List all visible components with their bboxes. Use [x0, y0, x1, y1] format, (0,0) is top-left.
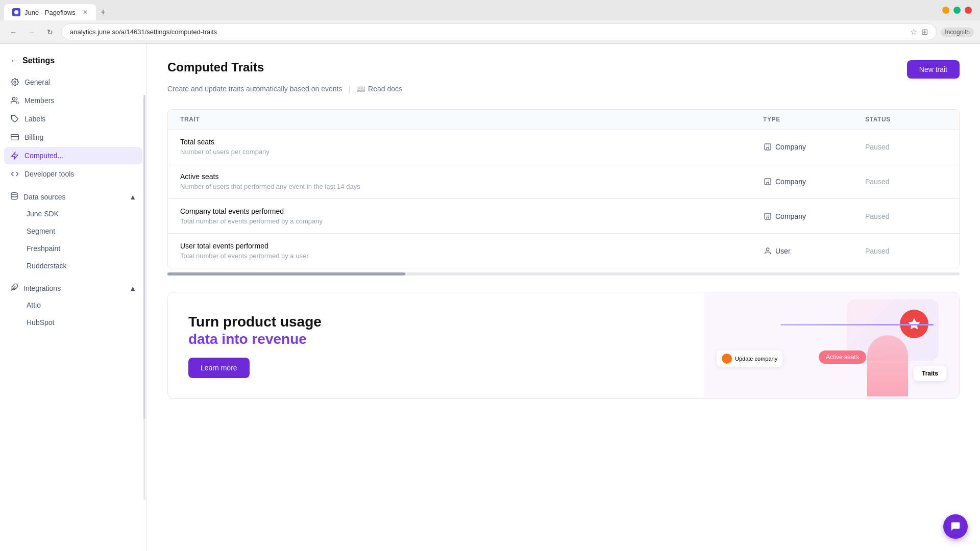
svg-point-7 [11, 192, 17, 194]
sidebar-item-freshpaint[interactable]: Freshpaint [20, 240, 142, 257]
svg-point-0 [14, 10, 18, 14]
sidebar-header: ← Settings [0, 52, 146, 73]
table-row[interactable]: Total seats Number of users per company … [168, 130, 959, 164]
promo-line [780, 324, 934, 325]
sidebar-navigation: General Members Labels [0, 73, 146, 331]
table-row[interactable]: User total events performed Total number… [168, 234, 959, 268]
sidebar-section-label: Integrations [23, 284, 61, 292]
sidebar-item-billing[interactable]: Billing [4, 129, 142, 146]
reload-button[interactable]: ↻ [43, 25, 57, 39]
star-icon[interactable]: ☆ [910, 27, 917, 37]
maximize-button[interactable] [953, 7, 961, 14]
sidebar-title: Settings [22, 56, 55, 65]
status-text: Paused [865, 178, 947, 186]
sidebar-item-attio[interactable]: Attio [20, 297, 142, 313]
puzzle-icon [10, 283, 18, 293]
page-subtitle-text: Create and update traits automatically b… [167, 85, 342, 93]
type-label: Company [775, 178, 806, 186]
back-button[interactable]: ← [10, 56, 18, 65]
credit-card-icon [10, 133, 19, 142]
new-trait-button[interactable]: New trait [907, 60, 960, 79]
building-icon [763, 212, 772, 221]
svg-rect-11 [765, 179, 771, 185]
svg-rect-4 [11, 135, 19, 140]
active-seats-label: Active seats [826, 354, 859, 361]
users-icon [10, 96, 19, 105]
sidebar-item-label: General [24, 78, 50, 86]
building-icon [763, 142, 772, 152]
read-docs-link[interactable]: 📖 Read docs [356, 85, 402, 93]
svg-point-2 [12, 97, 15, 100]
back-nav-button[interactable]: ← [6, 25, 20, 39]
type-label: Company [775, 212, 806, 220]
cast-icon[interactable]: ⊞ [921, 27, 928, 37]
sidebar-item-rudderstack[interactable]: Rudderstack [20, 258, 142, 274]
promo-section: Turn product usage data into revenue Lea… [167, 292, 960, 399]
trait-name: User total events performed [180, 242, 763, 250]
sidebar-section-integrations: Integrations ▲ Attio HubSpot [4, 279, 142, 331]
sidebar-section-integrations-header[interactable]: Integrations ▲ [4, 279, 142, 297]
horizontal-scrollbar[interactable] [167, 272, 960, 276]
svg-rect-12 [765, 213, 771, 219]
main-content: Computed Traits New trait Create and upd… [147, 44, 980, 551]
table-row[interactable]: Active seats Number of users that perfor… [168, 164, 959, 199]
trait-name: Active seats [180, 172, 763, 181]
page-subtitle-row: Create and update traits automatically b… [167, 85, 960, 93]
type-badge: Company [763, 177, 865, 186]
type-label: Company [775, 143, 806, 151]
trait-info: User total events performed Total number… [180, 242, 763, 260]
sidebar-item-computed[interactable]: Computed... [4, 147, 142, 164]
browser-tab[interactable]: June - Pageflows ✕ [4, 4, 96, 20]
page-header: Computed Traits New trait [167, 60, 960, 79]
address-icons: ☆ ⊞ [910, 27, 928, 37]
sidebar-item-label: Developer tools [24, 170, 74, 178]
table-header: TRAIT TYPE STATUS [168, 110, 959, 130]
sidebar-item-labels[interactable]: Labels [4, 110, 142, 128]
forward-nav-button[interactable]: → [24, 25, 39, 39]
minimize-button[interactable] [942, 7, 949, 14]
trait-description: Number of users per company [180, 148, 763, 156]
sidebar-section-label: Data sources [23, 193, 65, 201]
promo-content: Turn product usage data into revenue Lea… [168, 292, 704, 398]
sidebar-section-data-sources-header[interactable]: Data sources ▲ [4, 188, 142, 206]
status-text: Paused [865, 247, 947, 255]
update-dot [722, 354, 732, 364]
sidebar-item-members[interactable]: Members [4, 92, 142, 109]
table-row[interactable]: Company total events performed Total num… [168, 199, 959, 234]
sidebar-item-hubspot[interactable]: HubSpot [20, 314, 142, 331]
page-title: Computed Traits [167, 60, 264, 74]
header-trait: TRAIT [180, 116, 763, 123]
close-tab-button[interactable]: ✕ [83, 9, 88, 16]
book-icon: 📖 [356, 85, 365, 93]
sidebar-item-developer[interactable]: Developer tools [4, 165, 142, 183]
sidebar-item-june-sdk[interactable]: June SDK [20, 206, 142, 222]
trait-description: Total number of events performed by a co… [180, 217, 763, 225]
trait-info: Company total events performed Total num… [180, 207, 763, 225]
svg-marker-6 [12, 152, 18, 159]
trait-description: Number of users that performed any event… [180, 183, 763, 190]
building-icon [763, 177, 772, 186]
promo-subtitle: data into revenue [188, 331, 683, 347]
scrollbar-thumb [167, 272, 405, 276]
chat-button[interactable] [943, 514, 968, 539]
tab-title: June - Pageflows [24, 9, 76, 16]
sidebar-item-segment[interactable]: Segment [20, 223, 142, 239]
new-tab-button[interactable]: + [96, 5, 110, 19]
address-bar[interactable]: analytics.june.so/a/14631/settings/compu… [61, 23, 937, 40]
update-label: Update company [735, 356, 777, 362]
read-docs-text: Read docs [368, 85, 402, 93]
trait-description: Total number of events performed by a us… [180, 252, 763, 260]
tab-favicon [12, 8, 20, 16]
sidebar-section-integrations-children: Attio HubSpot [4, 297, 142, 331]
sidebar-item-general[interactable]: General [4, 73, 142, 91]
window-controls [942, 7, 976, 18]
traits-table: TRAIT TYPE STATUS Total seats Number of … [167, 109, 960, 268]
promo-visual: Update company Active seats Traits [704, 292, 959, 398]
close-button[interactable] [965, 7, 972, 14]
learn-more-button[interactable]: Learn more [188, 358, 250, 378]
type-badge: User [763, 246, 865, 256]
gear-icon [10, 78, 19, 87]
trait-info: Total seats Number of users per company [180, 138, 763, 156]
sidebar-section-data-sources: Data sources ▲ June SDK Segment Freshpai… [4, 188, 142, 274]
sidebar-section-data-sources-children: June SDK Segment Freshpaint Rudderstack [4, 206, 142, 274]
